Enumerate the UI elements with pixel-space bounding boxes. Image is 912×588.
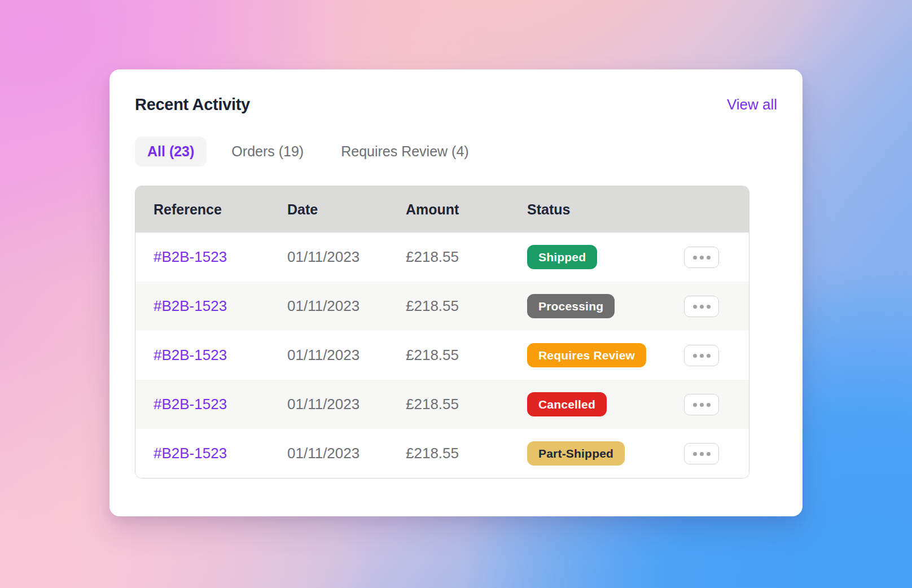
status-badge: Part-Shipped xyxy=(527,441,625,466)
ellipsis-dot xyxy=(707,256,711,260)
table-row: #B2B-1523 01/11/2023 £218.55 Part-Shippe… xyxy=(135,429,749,478)
cell-status: Cancelled xyxy=(527,392,684,416)
cell-actions xyxy=(684,393,749,416)
cell-date: 01/11/2023 xyxy=(287,346,406,364)
cell-date: 01/11/2023 xyxy=(287,396,406,413)
cell-amount: £218.55 xyxy=(406,248,527,266)
column-header-date: Date xyxy=(287,201,406,218)
ellipsis-dot xyxy=(700,452,704,456)
cell-date: 01/11/2023 xyxy=(287,248,406,266)
row-actions-ellipsis-button[interactable] xyxy=(684,394,719,415)
recent-activity-card: Recent Activity View all All (23)Orders … xyxy=(109,69,803,516)
ellipsis-dot xyxy=(707,354,711,358)
activity-table: Reference Date Amount Status #B2B-1523 0… xyxy=(135,186,749,479)
tab-orders-19[interactable]: Orders (19) xyxy=(219,137,316,166)
cell-reference-link[interactable]: #B2B-1523 xyxy=(154,346,287,364)
table-row: #B2B-1523 01/11/2023 £218.55 Cancelled xyxy=(135,380,749,429)
table-row: #B2B-1523 01/11/2023 £218.55 Shipped xyxy=(135,232,749,282)
cell-actions xyxy=(684,442,749,465)
activity-tabs: All (23)Orders (19)Requires Review (4) xyxy=(135,137,777,166)
tab-all-23[interactable]: All (23) xyxy=(135,137,207,166)
cell-actions xyxy=(684,295,749,318)
card-header: Recent Activity View all xyxy=(135,95,777,114)
cell-status: Shipped xyxy=(527,245,684,269)
cell-reference-link[interactable]: #B2B-1523 xyxy=(154,396,287,413)
page-title: Recent Activity xyxy=(135,95,250,114)
row-actions-ellipsis-button[interactable] xyxy=(684,345,719,366)
row-actions-ellipsis-button[interactable] xyxy=(684,247,719,268)
ellipsis-dot xyxy=(700,305,704,309)
table-header-row: Reference Date Amount Status xyxy=(135,186,749,232)
ellipsis-dot xyxy=(693,452,697,456)
cell-reference-link[interactable]: #B2B-1523 xyxy=(154,445,287,462)
column-header-reference: Reference xyxy=(154,201,287,218)
row-actions-ellipsis-button[interactable] xyxy=(684,296,719,317)
cell-amount: £218.55 xyxy=(406,297,527,315)
status-badge: Requires Review xyxy=(527,343,646,367)
table-row: #B2B-1523 01/11/2023 £218.55 Requires Re… xyxy=(135,331,749,380)
cell-amount: £218.55 xyxy=(406,396,527,413)
ellipsis-dot xyxy=(700,354,704,358)
tab-requires-review-4[interactable]: Requires Review (4) xyxy=(328,137,481,166)
ellipsis-dot xyxy=(700,403,704,407)
ellipsis-dot xyxy=(693,354,697,358)
column-header-amount: Amount xyxy=(406,201,527,218)
cell-status: Requires Review xyxy=(527,343,684,367)
cell-date: 01/11/2023 xyxy=(287,297,406,315)
status-badge: Cancelled xyxy=(527,392,607,416)
cell-reference-link[interactable]: #B2B-1523 xyxy=(154,297,287,315)
table-body: #B2B-1523 01/11/2023 £218.55 Shipped #B2… xyxy=(135,232,749,478)
cell-actions xyxy=(684,344,749,367)
status-badge: Processing xyxy=(527,294,615,318)
ellipsis-dot xyxy=(707,305,711,309)
gradient-background: Recent Activity View all All (23)Orders … xyxy=(0,0,912,588)
column-header-status: Status xyxy=(527,201,684,218)
ellipsis-dot xyxy=(693,403,697,407)
cell-reference-link[interactable]: #B2B-1523 xyxy=(154,248,287,266)
ellipsis-dot xyxy=(707,452,711,456)
cell-date: 01/11/2023 xyxy=(287,445,406,462)
table-row: #B2B-1523 01/11/2023 £218.55 Processing xyxy=(135,282,749,331)
view-all-link[interactable]: View all xyxy=(727,96,777,113)
cell-amount: £218.55 xyxy=(406,445,527,462)
ellipsis-dot xyxy=(693,305,697,309)
row-actions-ellipsis-button[interactable] xyxy=(684,443,719,464)
cell-status: Part-Shipped xyxy=(527,441,684,466)
ellipsis-dot xyxy=(693,256,697,260)
ellipsis-dot xyxy=(707,403,711,407)
status-badge: Shipped xyxy=(527,245,597,269)
ellipsis-dot xyxy=(700,256,704,260)
cell-actions xyxy=(684,246,749,269)
cell-status: Processing xyxy=(527,294,684,318)
cell-amount: £218.55 xyxy=(406,346,527,364)
